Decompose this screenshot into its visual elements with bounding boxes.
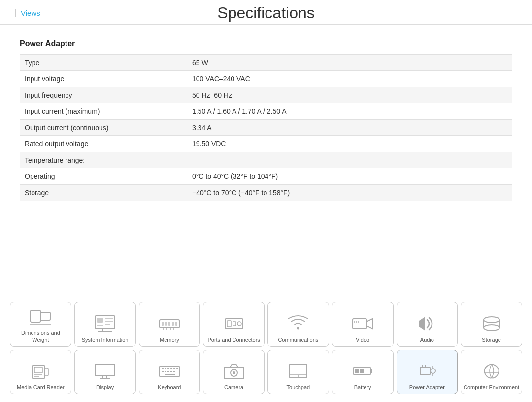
svg-rect-13 [165, 322, 167, 326]
svg-rect-0 [31, 310, 40, 322]
svg-rect-57 [165, 374, 175, 375]
svg-rect-52 [162, 371, 164, 372]
nav-item-dimensions[interactable]: Dimensions and Weight [10, 302, 71, 347]
spec-value-3: 1.50 A / 1.60 A / 1.70 A / 2.50 A [187, 103, 512, 120]
svg-marker-31 [419, 317, 425, 331]
spec-label-6: Temperature range: [20, 152, 187, 168]
spec-row-7: Operating0°C to 40°C (32°F to 104°F) [20, 168, 512, 185]
system-icon [93, 314, 117, 334]
dimensions-icon [29, 306, 52, 326]
poweradapter-icon [415, 361, 439, 381]
svg-rect-4 [97, 318, 103, 323]
audio-icon [415, 314, 439, 334]
spec-value-5: 19.50 VDC [187, 136, 512, 152]
svg-rect-53 [165, 371, 166, 372]
nav-item-memory[interactable]: Memory [139, 302, 200, 347]
nav-item-keyboard[interactable]: Keyboard [139, 350, 200, 394]
nav-label-mediacard: Media-Card Reader [17, 384, 65, 391]
touchpad-icon [286, 361, 310, 381]
spec-label-4: Output current (continuous) [20, 120, 187, 136]
nav-item-video[interactable]: Video [332, 302, 394, 347]
nav-item-computerenv[interactable]: Computer Environment [461, 350, 522, 394]
spec-value-4: 3.34 A [187, 120, 512, 136]
spec-row-3: Input current (maximum)1.50 A / 1.60 A /… [20, 103, 512, 120]
spec-value-6 [187, 152, 512, 168]
nav-label-system: System Information [82, 336, 129, 343]
svg-rect-26 [353, 319, 366, 329]
spec-value-7: 0°C to 40°C (32°F to 104°F) [187, 168, 512, 185]
computerenv-icon [480, 361, 503, 381]
svg-point-24 [237, 322, 241, 326]
nav-item-touchpad[interactable]: Touchpad [267, 350, 329, 394]
nav-item-battery[interactable]: Battery [332, 350, 394, 394]
svg-rect-8 [97, 325, 103, 326]
svg-rect-14 [168, 322, 170, 326]
main-content: Power Adapter Type65 WInput voltage100 V… [0, 25, 532, 211]
nav-item-display[interactable]: Display [74, 350, 136, 394]
svg-rect-22 [227, 321, 231, 327]
nav-item-camera[interactable]: Camera [203, 350, 265, 394]
specs-table: Type65 WInput voltage100 VAC–240 VACInpu… [20, 54, 512, 201]
svg-rect-7 [105, 324, 110, 325]
spec-row-5: Rated output voltage19.50 VDC [20, 136, 512, 152]
svg-rect-5 [105, 318, 113, 319]
svg-rect-47 [165, 368, 166, 369]
svg-rect-23 [233, 322, 236, 326]
svg-point-35 [484, 325, 499, 331]
nav-label-computerenv: Computer Environment [464, 384, 519, 391]
nav-item-communications[interactable]: Communications [267, 302, 329, 347]
nav-item-mediacard[interactable]: Media-Card Reader [10, 350, 71, 394]
nav-item-system[interactable]: System Information [74, 302, 136, 347]
nav-label-poweradapter: Power Adapter [409, 384, 445, 391]
nav-item-ports[interactable]: Ports and Connectors [203, 302, 265, 347]
svg-rect-68 [360, 368, 364, 373]
mediacard-icon [29, 361, 52, 381]
nav-item-storage[interactable]: Storage [461, 302, 522, 347]
svg-rect-48 [167, 368, 169, 369]
video-icon [351, 314, 374, 334]
nav-item-poweradapter[interactable]: Power Adapter [397, 350, 458, 394]
svg-rect-21 [225, 319, 243, 329]
svg-rect-55 [170, 371, 172, 372]
wifi-icon [286, 314, 310, 334]
svg-rect-69 [420, 367, 430, 375]
svg-rect-40 [44, 368, 48, 376]
spec-value-0: 65 W [187, 55, 512, 71]
nav-item-audio[interactable]: Audio [397, 302, 458, 347]
nav-label-video: Video [356, 336, 369, 343]
spec-value-2: 50 Hz–60 Hz [187, 87, 512, 103]
nav-label-communications: Communications [278, 336, 318, 343]
svg-rect-6 [105, 321, 113, 322]
spec-label-3: Input current (maximum) [20, 103, 187, 120]
views-link[interactable]: Views [15, 9, 40, 17]
nav-grid: Dimensions and Weight System Information… [0, 297, 532, 402]
spec-label-1: Input voltage [20, 71, 187, 87]
spec-label-7: Operating [20, 168, 187, 185]
svg-rect-15 [172, 322, 174, 326]
svg-rect-41 [95, 364, 115, 376]
nav-label-memory: Memory [160, 336, 179, 343]
camera-icon [222, 361, 246, 381]
storage-icon [480, 314, 503, 334]
nav-label-touchpad: Touchpad [287, 384, 310, 391]
svg-point-25 [297, 327, 299, 329]
spec-label-2: Input frequency [20, 87, 187, 103]
nav-label-ports: Ports and Connectors [207, 336, 260, 343]
nav-label-audio: Audio [420, 336, 434, 343]
header: Views Specifications [0, 0, 532, 25]
display-icon [93, 361, 117, 381]
memory-icon [158, 314, 181, 334]
svg-rect-51 [176, 368, 178, 369]
svg-rect-54 [167, 371, 169, 372]
spec-row-6: Temperature range: [20, 152, 512, 168]
spec-label-0: Type [20, 55, 187, 71]
svg-rect-67 [355, 368, 359, 373]
spec-row-0: Type65 W [20, 55, 512, 71]
svg-rect-37 [34, 367, 42, 373]
spec-value-8: −40°C to 70°C (−40°F to 158°F) [187, 185, 512, 201]
svg-rect-50 [173, 368, 175, 369]
nav-label-display: Display [96, 384, 114, 391]
svg-rect-49 [170, 368, 172, 369]
nav-row-1: Dimensions and Weight System Information… [10, 302, 522, 347]
svg-rect-46 [162, 368, 164, 369]
